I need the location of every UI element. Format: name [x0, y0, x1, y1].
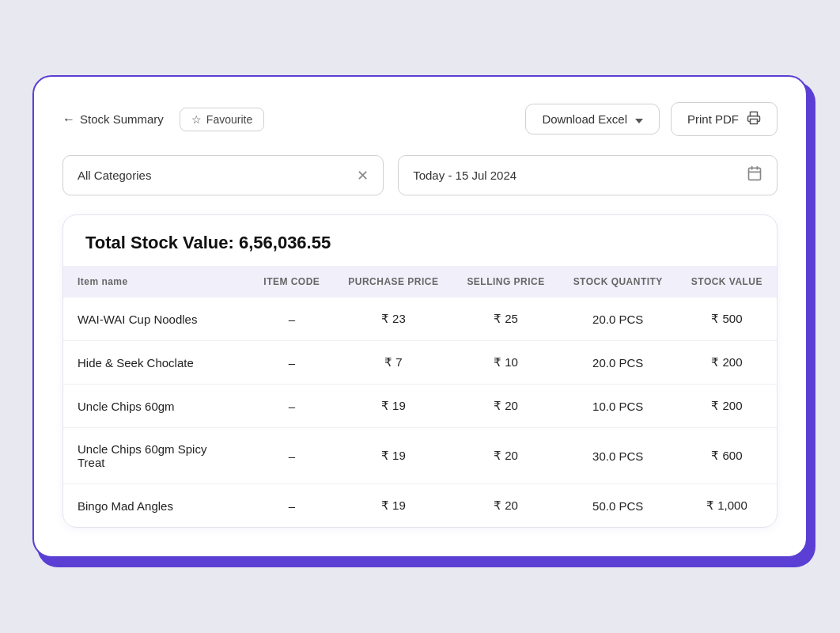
download-excel-label: Download Excel — [542, 112, 627, 126]
date-label: Today - 15 Jul 2024 — [413, 169, 516, 182]
top-bar: ← Stock Summary ☆ Favourite Download Exc… — [62, 102, 778, 136]
main-card: ← Stock Summary ☆ Favourite Download Exc… — [32, 75, 808, 558]
col-stock-quantity: STOCK QUANTITY — [559, 266, 677, 298]
cell-stock-value: ₹ 1,000 — [677, 484, 777, 528]
cell-item-code: – — [249, 484, 334, 528]
cell-purchase-price: ₹ 23 — [334, 298, 452, 341]
cell-item-code: – — [249, 298, 334, 341]
printer-icon — [747, 111, 761, 127]
cell-item-name: Hide & Seek Choclate — [63, 341, 249, 385]
svg-rect-0 — [751, 119, 758, 124]
stock-table-card: Total Stock Value: 6,56,036.55 Item name… — [62, 214, 778, 528]
cell-item-name: Bingo Mad Angles — [63, 484, 249, 528]
cell-stock-value: ₹ 600 — [677, 428, 777, 484]
table-header-row: Item name ITEM CODE PURCHASE PRICE SELLI… — [63, 266, 777, 298]
cell-item-code: – — [249, 385, 334, 428]
cell-purchase-price: ₹ 19 — [334, 385, 452, 428]
table-row: Uncle Chips 60gm Spicy Treat – ₹ 19 ₹ 20… — [63, 428, 777, 484]
cell-selling-price: ₹ 10 — [452, 341, 558, 385]
col-purchase-price: PURCHASE PRICE — [334, 266, 452, 298]
cell-stock-value: ₹ 200 — [677, 341, 777, 385]
print-pdf-button[interactable]: Print PDF — [671, 102, 778, 136]
table-row: WAI-WAI Cup Noodles – ₹ 23 ₹ 25 20.0 PCS… — [63, 298, 777, 341]
filters-row: All Categories ✕ Today - 15 Jul 2024 — [62, 155, 778, 195]
back-arrow-icon: ← — [62, 112, 75, 127]
cell-item-code: – — [249, 341, 334, 385]
cell-selling-price: ₹ 25 — [452, 298, 558, 341]
cell-item-name: Uncle Chips 60gm — [63, 385, 249, 428]
cell-purchase-price: ₹ 19 — [334, 428, 452, 484]
svg-rect-1 — [749, 168, 761, 180]
cell-item-code: – — [249, 428, 334, 484]
category-filter[interactable]: All Categories ✕ — [62, 155, 384, 195]
cell-selling-price: ₹ 20 — [452, 484, 558, 528]
cell-purchase-price: ₹ 7 — [334, 341, 452, 385]
cell-stock-quantity: 20.0 PCS — [559, 298, 677, 341]
back-link[interactable]: ← Stock Summary — [62, 112, 164, 127]
col-stock-value: STOCK VALUE — [677, 266, 777, 298]
favourite-label: Favourite — [206, 113, 252, 126]
cell-stock-quantity: 20.0 PCS — [559, 341, 677, 385]
col-item-name: Item name — [63, 266, 249, 298]
cell-item-name: Uncle Chips 60gm Spicy Treat — [63, 428, 249, 484]
cell-selling-price: ₹ 20 — [452, 428, 558, 484]
col-item-code: ITEM CODE — [249, 266, 334, 298]
clear-category-icon[interactable]: ✕ — [357, 169, 369, 183]
category-label: All Categories — [78, 169, 151, 182]
chevron-down-icon — [634, 112, 643, 126]
cell-stock-value: ₹ 500 — [677, 298, 777, 341]
stock-table: Item name ITEM CODE PURCHASE PRICE SELLI… — [63, 266, 777, 527]
total-stock-value: Total Stock Value: 6,56,036.55 — [63, 215, 777, 266]
download-excel-button[interactable]: Download Excel — [525, 104, 660, 135]
table-row: Uncle Chips 60gm – ₹ 19 ₹ 20 10.0 PCS ₹ … — [63, 385, 777, 428]
top-right: Download Excel Print PDF — [525, 102, 778, 136]
cell-purchase-price: ₹ 19 — [334, 484, 452, 528]
cell-stock-value: ₹ 200 — [677, 385, 777, 428]
cell-selling-price: ₹ 20 — [452, 385, 558, 428]
back-label: Stock Summary — [80, 112, 164, 126]
cell-stock-quantity: 50.0 PCS — [559, 484, 677, 528]
star-icon: ☆ — [191, 113, 202, 126]
favourite-button[interactable]: ☆ Favourite — [180, 108, 264, 131]
cell-stock-quantity: 10.0 PCS — [559, 385, 677, 428]
calendar-icon — [747, 165, 762, 185]
col-selling-price: SELLING PRICE — [452, 266, 558, 298]
table-row: Bingo Mad Angles – ₹ 19 ₹ 20 50.0 PCS ₹ … — [63, 484, 777, 528]
top-left: ← Stock Summary ☆ Favourite — [62, 108, 264, 131]
cell-item-name: WAI-WAI Cup Noodles — [63, 298, 249, 341]
cell-stock-quantity: 30.0 PCS — [559, 428, 677, 484]
print-pdf-label: Print PDF — [687, 112, 739, 126]
table-row: Hide & Seek Choclate – ₹ 7 ₹ 10 20.0 PCS… — [63, 341, 777, 385]
date-filter[interactable]: Today - 15 Jul 2024 — [398, 155, 778, 195]
